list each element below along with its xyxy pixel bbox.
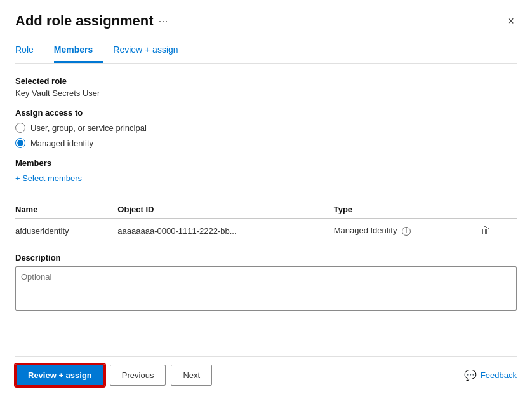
feedback-button[interactable]: 💬 Feedback bbox=[464, 369, 517, 381]
radio-user-group-label: User, group, or service principal bbox=[30, 123, 147, 133]
assign-access-radio-group: User, group, or service principal Manage… bbox=[15, 123, 517, 148]
description-textarea[interactable] bbox=[15, 266, 517, 311]
assign-access-section: Assign access to User, group, or service… bbox=[15, 108, 517, 148]
info-icon[interactable]: i bbox=[402, 227, 411, 236]
title-row: Add role assignment ··· bbox=[15, 13, 168, 29]
tab-bar: Role Members Review + assign bbox=[15, 39, 517, 64]
description-label: Description bbox=[15, 253, 517, 262]
radio-user-group-input[interactable] bbox=[15, 123, 25, 133]
tab-members[interactable]: Members bbox=[54, 39, 103, 63]
select-members-link[interactable]: + Select members bbox=[15, 173, 82, 183]
radio-managed-identity-label: Managed identity bbox=[30, 139, 93, 148]
feedback-label: Feedback bbox=[481, 370, 517, 380]
member-object-id: aaaaaaaa-0000-1111-2222-bb... bbox=[117, 219, 333, 243]
delete-member-button[interactable]: 🗑 bbox=[477, 224, 495, 238]
table-row: afduseridentity aaaaaaaa-0000-1111-2222-… bbox=[15, 219, 517, 243]
members-section: Members + Select members bbox=[15, 158, 517, 193]
col-type: Type bbox=[334, 201, 477, 219]
previous-button[interactable]: Previous bbox=[110, 365, 166, 386]
add-role-assignment-dialog: Add role assignment ··· × Role Members R… bbox=[0, 0, 532, 394]
radio-managed-identity[interactable]: Managed identity bbox=[15, 138, 517, 148]
tab-role[interactable]: Role bbox=[15, 39, 44, 63]
member-actions: 🗑 bbox=[477, 219, 517, 243]
radio-user-group[interactable]: User, group, or service principal bbox=[15, 123, 517, 133]
assign-access-label: Assign access to bbox=[15, 108, 517, 118]
description-section: Description bbox=[15, 253, 517, 313]
col-actions bbox=[477, 201, 517, 219]
feedback-icon: 💬 bbox=[464, 369, 477, 381]
member-type: Managed Identity i bbox=[334, 219, 477, 243]
dialog-content: Selected role Key Vault Secrets User Ass… bbox=[15, 76, 517, 351]
tab-review-assign[interactable]: Review + assign bbox=[113, 39, 188, 63]
next-button[interactable]: Next bbox=[171, 365, 212, 386]
close-button[interactable]: × bbox=[505, 13, 517, 29]
col-name: Name bbox=[15, 201, 117, 219]
dialog-footer: Review + assign Previous Next 💬 Feedback bbox=[15, 356, 517, 394]
member-name: afduseridentity bbox=[15, 219, 117, 243]
dialog-header: Add role assignment ··· × bbox=[15, 13, 517, 29]
members-label: Members bbox=[15, 158, 517, 168]
members-table: Name Object ID Type afduseridentity aaaa… bbox=[15, 201, 517, 243]
radio-managed-identity-input[interactable] bbox=[15, 138, 25, 148]
selected-role-value: Key Vault Secrets User bbox=[15, 88, 517, 98]
more-options-icon[interactable]: ··· bbox=[159, 15, 168, 28]
review-assign-button[interactable]: Review + assign bbox=[15, 364, 105, 386]
dialog-title: Add role assignment bbox=[15, 13, 154, 29]
col-object-id: Object ID bbox=[117, 201, 333, 219]
selected-role-label: Selected role bbox=[15, 76, 517, 86]
